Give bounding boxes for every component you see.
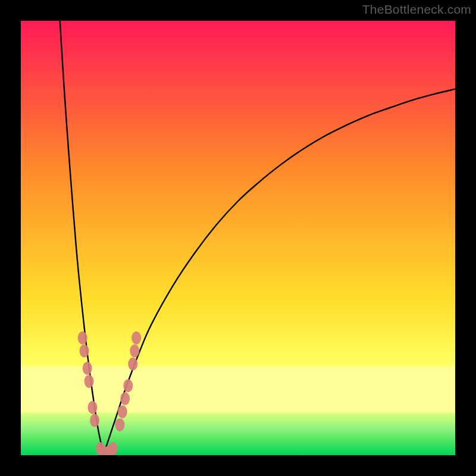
chart-curves: [21, 21, 455, 455]
data-marker: [128, 358, 137, 371]
curve-right-branch: [104, 89, 455, 455]
data-marker: [80, 345, 89, 358]
data-marker: [84, 375, 94, 388]
watermark-text: TheBottleneck.com: [362, 2, 471, 17]
data-marker: [131, 331, 141, 345]
data-marker: [108, 442, 118, 455]
data-marker: [118, 405, 127, 418]
data-marker: [115, 418, 124, 431]
data-marker: [120, 392, 130, 405]
data-marker: [83, 362, 92, 375]
plot-area: [21, 21, 455, 455]
data-marker: [78, 331, 87, 345]
chart-frame: TheBottleneck.com: [0, 0, 476, 476]
data-marker: [123, 379, 133, 392]
data-marker: [90, 414, 99, 427]
curve-left-branch: [60, 21, 104, 455]
data-marker: [130, 345, 139, 358]
data-marker: [88, 401, 98, 414]
